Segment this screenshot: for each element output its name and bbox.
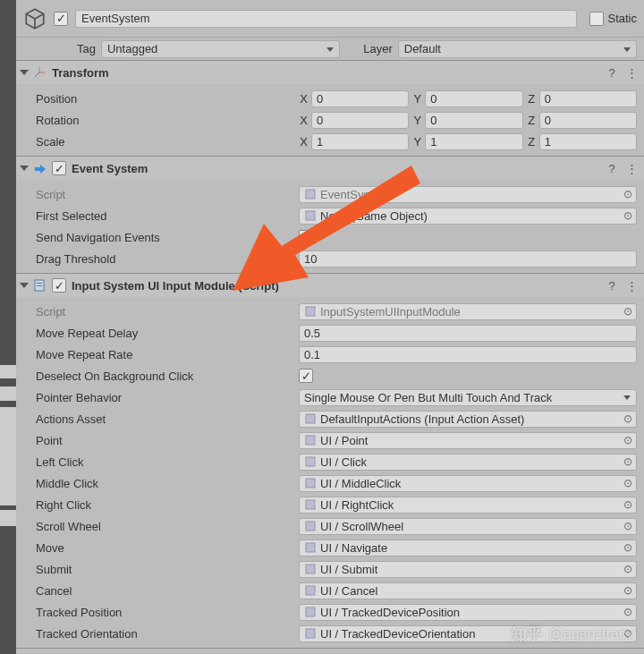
object-field[interactable]: UI / MiddleClick xyxy=(299,475,637,492)
number-field[interactable]: 0.5 xyxy=(299,325,637,342)
object-field[interactable]: UI / Cancel xyxy=(299,582,637,599)
row-label: Deselect On Background Click xyxy=(36,369,295,383)
object-field[interactable]: UI / TrackedDevicePosition xyxy=(299,604,637,621)
foldout-icon xyxy=(20,166,29,171)
gameobject-active-checkbox[interactable] xyxy=(54,12,68,26)
object-field[interactable]: UI / RightClick xyxy=(299,497,637,514)
object-field[interactable]: UI / Submit xyxy=(299,561,637,578)
object-field[interactable]: UI / ScrollWheel xyxy=(299,518,637,535)
property-checkbox[interactable] xyxy=(299,369,313,383)
input-module-row: Actions AssetDefaultInputActions (Input … xyxy=(16,408,644,429)
row-label: Middle Click xyxy=(36,477,295,490)
help-icon[interactable]: ? xyxy=(605,278,619,293)
component-menu-icon[interactable]: ⋮ xyxy=(624,278,639,293)
dropdown-value: Single Mouse Or Pen But Multi Touch And … xyxy=(304,391,552,404)
svg-rect-5 xyxy=(306,307,315,316)
input-module-header[interactable]: Input System UI Input Module (Script) ? … xyxy=(16,274,644,297)
row-label: Left Click xyxy=(36,455,295,469)
svg-rect-6 xyxy=(306,414,315,423)
transform-header[interactable]: Transform ? ⋮ xyxy=(16,61,644,84)
object-field-value: UI / Navigate xyxy=(320,541,387,555)
object-field-value: UI / Submit xyxy=(320,563,377,576)
event-system-enable-checkbox[interactable] xyxy=(52,161,66,175)
scene-hierarchy-edge xyxy=(0,0,16,654)
tag-dropdown[interactable]: Untagged xyxy=(101,40,340,58)
object-field-value: None (Game Object) xyxy=(320,209,428,223)
object-field[interactable]: UI / Click xyxy=(299,454,637,471)
rotation-y-field[interactable]: 0 xyxy=(425,112,522,129)
input-module-row: SubmitUI / Submit xyxy=(16,558,644,580)
row-label: Script xyxy=(36,188,295,201)
object-field-value: EventSystem xyxy=(320,188,389,201)
object-field-value: UI / TrackedDeviceOrientation xyxy=(320,627,475,641)
input-module-row: Tracked PositionUI / TrackedDevicePositi… xyxy=(16,601,644,623)
gameobject-name-field[interactable]: EventSystem xyxy=(75,10,577,28)
event-system-title: Event System xyxy=(72,162,599,175)
tag-layer-row: Tag Untagged Layer Default xyxy=(16,38,644,61)
axis-label-x: X xyxy=(299,135,309,149)
foldout-icon xyxy=(20,70,29,75)
svg-rect-7 xyxy=(306,436,315,445)
axis-label-x: X xyxy=(299,114,309,127)
transform-component: Transform ? ⋮ PositionX0Y0Z0RotationX0Y0… xyxy=(16,61,644,157)
axis-label-z: Z xyxy=(527,114,537,127)
inspector-panel: EventSystem Static Tag Untagged Layer De… xyxy=(16,0,644,654)
row-label: Script xyxy=(36,305,295,319)
axis-label-x: X xyxy=(299,92,309,106)
object-field-value: UI / Cancel xyxy=(320,584,377,598)
gameobject-header: EventSystem Static xyxy=(16,0,644,38)
input-module-enable-checkbox[interactable] xyxy=(52,278,66,293)
layer-dropdown[interactable]: Default xyxy=(398,40,637,58)
svg-rect-1 xyxy=(306,211,315,220)
object-field[interactable]: UI / Point xyxy=(299,432,637,449)
object-field-value: InputSystemUIInputModule xyxy=(320,305,461,319)
row-label: Tracked Position xyxy=(36,606,295,619)
scale-z-field[interactable]: 1 xyxy=(539,133,637,150)
axis-label-y: Y xyxy=(412,135,422,149)
help-icon[interactable]: ? xyxy=(605,65,619,80)
svg-rect-10 xyxy=(306,500,315,509)
layer-label: Layer xyxy=(363,42,393,55)
scale-x-field[interactable]: 1 xyxy=(311,133,409,150)
position-y-field[interactable]: 0 xyxy=(425,90,522,107)
svg-rect-4 xyxy=(37,285,42,286)
event-system-row: First SelectedNone (Game Object) xyxy=(16,205,644,226)
svg-rect-9 xyxy=(306,479,315,488)
component-menu-icon[interactable]: ⋮ xyxy=(624,65,639,80)
row-label: Drag Threshold xyxy=(36,252,295,266)
axis-label-y: Y xyxy=(412,114,422,127)
number-field[interactable]: 10 xyxy=(299,251,637,268)
row-label: Right Click xyxy=(36,498,295,512)
row-label: Move Repeat Rate xyxy=(36,348,295,361)
scale-y-field[interactable]: 1 xyxy=(425,133,522,150)
transform-position-row: PositionX0Y0Z0 xyxy=(16,88,644,109)
row-label: Position xyxy=(36,92,295,106)
row-label: Submit xyxy=(36,563,295,576)
object-field[interactable]: InputSystemUIInputModule xyxy=(299,303,637,320)
script-icon xyxy=(32,278,47,293)
position-z-field[interactable]: 0 xyxy=(539,90,637,107)
object-field[interactable]: DefaultInputActions (Input Action Asset) xyxy=(299,411,637,428)
rotation-x-field[interactable]: 0 xyxy=(311,112,409,129)
event-system-header[interactable]: Event System ? ⋮ xyxy=(16,157,644,180)
object-field[interactable]: UI / Navigate xyxy=(299,539,637,556)
watermark: 知乎 @aganztracy xyxy=(511,624,633,645)
object-field[interactable]: EventSystem xyxy=(299,186,637,203)
row-label: Point xyxy=(36,434,295,447)
position-x-field[interactable]: 0 xyxy=(311,90,409,107)
static-checkbox[interactable] xyxy=(589,12,604,26)
transform-scale-row: ScaleX1Y1Z1 xyxy=(16,131,644,152)
component-menu-icon[interactable]: ⋮ xyxy=(624,161,639,175)
object-field-value: UI / ScrollWheel xyxy=(320,520,403,533)
help-icon[interactable]: ? xyxy=(605,161,619,175)
gameobject-icon[interactable] xyxy=(23,7,47,30)
axis-label-z: Z xyxy=(527,135,537,149)
row-label: Scroll Wheel xyxy=(36,520,295,533)
number-field[interactable]: 0.1 xyxy=(299,346,637,363)
dropdown-field[interactable]: Single Mouse Or Pen But Multi Touch And … xyxy=(299,389,637,406)
svg-rect-8 xyxy=(306,457,315,466)
object-field[interactable]: None (Game Object) xyxy=(299,208,637,225)
event-system-component: Event System ? ⋮ ScriptEventSystemFirst … xyxy=(16,157,644,274)
rotation-z-field[interactable]: 0 xyxy=(539,112,637,129)
property-checkbox[interactable] xyxy=(299,230,313,244)
